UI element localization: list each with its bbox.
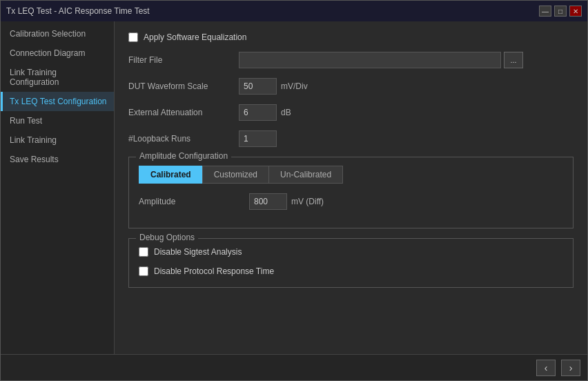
- content-area: Apply Software Equalization Filter File …: [115, 21, 587, 354]
- loopback-runs-row: #Loopback Runs: [128, 130, 574, 147]
- main-window: Tx LEQ Test - AIC Response Time Test — □…: [0, 0, 588, 381]
- loopback-runs-label: #Loopback Runs: [128, 134, 239, 144]
- close-button[interactable]: ✕: [569, 6, 582, 17]
- amplitude-row: Amplitude mV (Diff): [139, 193, 563, 210]
- sidebar-item-run-test[interactable]: Run Test: [1, 111, 114, 130]
- amplitude-input[interactable]: [249, 193, 287, 210]
- filter-file-browse-button[interactable]: ...: [504, 52, 523, 68]
- bottom-bar: ‹ ›: [1, 354, 587, 380]
- sidebar-item-save-results[interactable]: Save Results: [1, 150, 114, 169]
- external-attenuation-input[interactable]: [239, 104, 277, 121]
- amplitude-tab-group: Calibrated Customized Un-Calibrated: [139, 166, 563, 184]
- loopback-runs-input[interactable]: [239, 130, 277, 147]
- forward-button[interactable]: ›: [561, 360, 580, 376]
- apply-sw-eq-label: Apply Software Equalization: [144, 32, 246, 42]
- dut-waveform-scale-label: DUT Waveform Scale: [128, 81, 239, 91]
- sidebar-item-link-training[interactable]: Link Training: [1, 130, 114, 150]
- apply-sw-eq-checkbox[interactable]: [128, 32, 138, 42]
- dut-waveform-scale-unit: mV/Div: [281, 81, 308, 91]
- dut-waveform-scale-input[interactable]: [239, 78, 277, 95]
- disable-protocol-label: Disable Protocol Response Time: [154, 266, 274, 276]
- window-controls: — □ ✕: [539, 6, 582, 17]
- debug-options-section: Debug Options Disable Sigtest Analysis D…: [128, 238, 574, 288]
- filter-file-input[interactable]: [239, 52, 501, 68]
- external-attenuation-unit: dB: [281, 108, 291, 117]
- dut-waveform-scale-row: DUT Waveform Scale mV/Div: [128, 78, 574, 95]
- disable-sigtest-label: Disable Sigtest Analysis: [154, 247, 242, 257]
- tab-customized[interactable]: Customized: [202, 166, 268, 184]
- amplitude-label: Amplitude: [139, 197, 249, 206]
- amplitude-unit: mV (Diff): [291, 197, 324, 206]
- sidebar-item-tx-leq-test-config[interactable]: Tx LEQ Test Configuration: [1, 92, 114, 111]
- disable-protocol-checkbox[interactable]: [139, 266, 148, 276]
- title-bar: Tx LEQ Test - AIC Response Time Test — □…: [1, 1, 587, 21]
- sidebar-item-connection-diagram[interactable]: Connection Diagram: [1, 43, 114, 63]
- sidebar-item-calibration-selection[interactable]: Calibration Selection: [1, 24, 114, 43]
- external-attenuation-row: External Attenuation dB: [128, 104, 574, 121]
- filter-file-label: Filter File: [128, 55, 239, 65]
- sidebar-item-link-training-config[interactable]: Link Training Configuration: [1, 63, 114, 92]
- filter-file-row: Filter File ...: [128, 52, 574, 68]
- amplitude-config-section: Amplitude Configuration Calibrated Custo…: [128, 157, 574, 228]
- disable-sigtest-row: Disable Sigtest Analysis: [139, 247, 563, 257]
- tab-calibrated[interactable]: Calibrated: [139, 166, 202, 184]
- disable-sigtest-checkbox[interactable]: [139, 247, 148, 257]
- debug-options-legend: Debug Options: [136, 233, 198, 242]
- window-title: Tx LEQ Test - AIC Response Time Test: [6, 6, 150, 16]
- tab-un-calibrated[interactable]: Un-Calibrated: [268, 166, 343, 184]
- amplitude-config-legend: Amplitude Configuration: [136, 151, 231, 161]
- external-attenuation-label: External Attenuation: [128, 108, 239, 117]
- maximize-button[interactable]: □: [554, 6, 567, 17]
- back-button[interactable]: ‹: [536, 360, 556, 376]
- apply-sw-eq-row: Apply Software Equalization: [128, 32, 574, 42]
- minimize-button[interactable]: —: [539, 6, 551, 17]
- disable-protocol-row: Disable Protocol Response Time: [139, 266, 563, 276]
- main-content: Calibration Selection Connection Diagram…: [1, 21, 587, 354]
- sidebar: Calibration Selection Connection Diagram…: [1, 21, 115, 354]
